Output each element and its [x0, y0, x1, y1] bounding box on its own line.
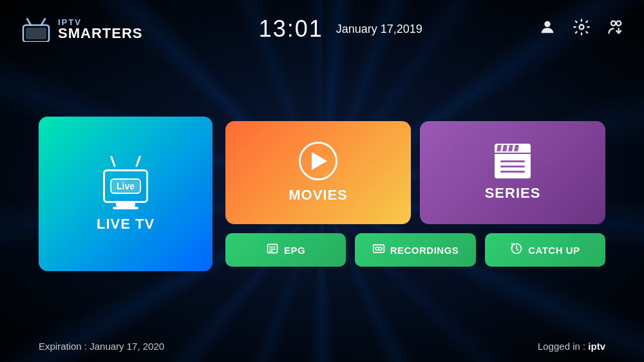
logo: IPTV SMARTERS: [19, 16, 142, 42]
svg-point-6: [580, 24, 584, 29]
svg-line-2: [27, 19, 31, 25]
movies-label: MOVIES: [289, 187, 348, 204]
epg-button[interactable]: EPG: [225, 233, 346, 267]
recordings-icon: [372, 242, 385, 258]
tv-base: [113, 207, 138, 209]
live-tv-card[interactable]: Live LIVE TV: [39, 117, 213, 271]
time-display: 13:01: [259, 15, 323, 43]
header-center: 13:01 January 17,2019: [142, 15, 538, 43]
epg-icon: [266, 242, 279, 258]
series-card[interactable]: SERIES: [420, 121, 605, 224]
svg-point-5: [544, 21, 550, 26]
main-content: Live LIVE TV MOVIES: [0, 58, 644, 330]
logged-in-text: Logged in : iptv: [538, 341, 605, 352]
catchup-icon: [510, 242, 523, 258]
svg-point-7: [611, 21, 616, 25]
clapper-lines: [500, 160, 525, 173]
catchup-label: CATCH UP: [528, 245, 580, 256]
expiration-prefix: Expiration :: [39, 341, 90, 352]
series-label: SERIES: [485, 185, 541, 202]
movies-card[interactable]: MOVIES: [225, 121, 411, 224]
tv-body-icon: Live: [103, 169, 148, 203]
top-row: MOVIES: [225, 121, 605, 224]
recordings-button[interactable]: RECORDINGS: [355, 233, 475, 267]
svg-point-15: [379, 247, 382, 250]
right-column: MOVIES: [225, 121, 605, 267]
logged-in-prefix: Logged in :: [538, 341, 588, 352]
logo-text: IPTV SMARTERS: [58, 18, 142, 41]
bottom-row: EPG RECORDINGS: [225, 233, 605, 267]
recordings-label: RECORDINGS: [390, 245, 459, 256]
profile-icon[interactable]: [538, 18, 556, 41]
clapper-top: [495, 144, 531, 153]
logo-tv-icon: [19, 16, 53, 42]
header-icons: [538, 18, 625, 41]
date-display: January 17,2019: [336, 23, 422, 36]
logged-in-user: iptv: [588, 341, 605, 352]
settings-icon[interactable]: [573, 18, 591, 41]
expiration-date: January 17, 2020: [90, 341, 164, 352]
logo-smarters-label: SMARTERS: [58, 26, 142, 41]
svg-rect-1: [26, 28, 46, 39]
clapper-body: [495, 154, 531, 178]
svg-line-3: [41, 19, 45, 25]
switch-user-icon[interactable]: [607, 18, 625, 41]
catchup-button[interactable]: CATCH UP: [485, 233, 605, 267]
svg-point-8: [616, 21, 621, 25]
play-triangle-icon: [312, 152, 327, 170]
header: IPTV SMARTERS 13:01 January 17,2019: [0, 0, 644, 58]
live-badge: Live: [110, 178, 141, 194]
clapper-icon: [495, 144, 531, 178]
play-circle-icon: [299, 142, 337, 180]
live-tv-label: LIVE TV: [97, 216, 155, 233]
live-tv-icon: Live: [103, 155, 148, 209]
expiration-text: Expiration : January 17, 2020: [39, 341, 164, 352]
footer: Expiration : January 17, 2020 Logged in …: [0, 330, 644, 362]
epg-label: EPG: [284, 245, 305, 256]
